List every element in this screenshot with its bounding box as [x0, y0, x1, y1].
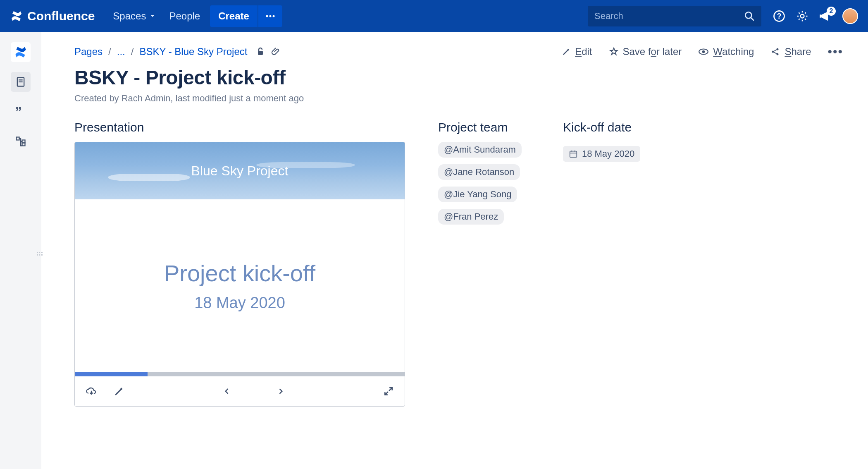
presentation-banner: Blue Sky Project: [75, 142, 405, 199]
presentation-viewer: Blue Sky Project Project kick-off 18 May…: [74, 142, 405, 407]
gear-icon: [796, 10, 808, 22]
spaces-label: Spaces: [113, 10, 146, 22]
share-icon: [770, 47, 780, 57]
attachments-icon[interactable]: [271, 47, 281, 57]
expand-icon: [383, 386, 394, 397]
people-label: People: [169, 10, 200, 22]
section-presentation-heading: Presentation: [74, 120, 405, 134]
svg-line-23: [774, 52, 777, 54]
settings-button[interactable]: [796, 10, 808, 22]
svg-text:”: ”: [15, 105, 22, 118]
chevron-down-icon: [149, 13, 156, 19]
page-byline: Created by Rach Admin, last modified jus…: [74, 93, 843, 104]
svg-text:?: ?: [777, 12, 782, 20]
svg-point-18: [702, 50, 705, 53]
cloud-download-icon: [86, 385, 97, 397]
svg-rect-24: [570, 151, 577, 158]
svg-rect-15: [22, 143, 25, 146]
eye-icon: [698, 46, 709, 57]
sidebar-tree[interactable]: [11, 132, 31, 151]
create-button[interactable]: Create: [210, 5, 258, 27]
user-avatar[interactable]: [842, 8, 858, 24]
tree-icon: [15, 136, 26, 147]
sidebar-blog[interactable]: ”: [11, 102, 31, 122]
svg-rect-16: [258, 51, 263, 55]
people-link[interactable]: People: [162, 6, 207, 26]
presentation-heading: Project kick-off: [164, 260, 315, 287]
pencil-icon: [562, 47, 571, 56]
notifications-button[interactable]: 2: [819, 10, 832, 22]
sidebar-pages[interactable]: [11, 72, 31, 92]
svg-point-2: [272, 15, 274, 17]
kickoff-date-text: 18 May 2020: [582, 148, 634, 159]
quote-icon: ”: [14, 105, 27, 118]
kickoff-date-section: Kick-off date 18 May 2020: [563, 120, 640, 407]
edit-button[interactable]: Edit: [562, 46, 592, 57]
presentation-toolbar: [75, 376, 405, 406]
user-mention[interactable]: @Jane Rotanson: [438, 164, 520, 180]
next-slide-button[interactable]: [277, 387, 285, 395]
pencil-icon: [114, 386, 124, 397]
notification-badge: 2: [827, 7, 836, 16]
breadcrumb-pages[interactable]: Pages: [74, 46, 103, 57]
ellipsis-icon: [266, 15, 275, 17]
share-button[interactable]: Share: [770, 46, 811, 57]
breadcrumb-separator: /: [131, 46, 134, 57]
confluence-logo[interactable]: Confluence: [10, 9, 95, 23]
app-switcher[interactable]: [11, 42, 31, 62]
section-kickoff-heading: Kick-off date: [563, 120, 640, 134]
watching-button[interactable]: Watching: [698, 46, 754, 57]
sidebar-resize-handle[interactable]: ⠿: [34, 251, 44, 255]
page-more-button[interactable]: •••: [827, 45, 843, 59]
presentation-date: 18 May 2020: [194, 294, 285, 312]
svg-point-7: [801, 14, 804, 18]
create-more-button[interactable]: [258, 5, 282, 27]
search-icon: [744, 11, 755, 22]
user-mention[interactable]: @Fran Perez: [438, 209, 504, 225]
chevron-right-icon: [277, 387, 285, 395]
fullscreen-button[interactable]: [383, 386, 394, 397]
confluence-mark-icon: [14, 45, 28, 59]
left-sidebar: ” ⠿: [0, 32, 41, 469]
page-icon: [15, 76, 26, 88]
confluence-icon: [10, 10, 23, 23]
breadcrumb-parent[interactable]: BSKY - Blue Sky Project: [139, 46, 247, 57]
calendar-icon: [569, 149, 578, 158]
date-chip[interactable]: 18 May 2020: [563, 146, 640, 162]
spaces-menu[interactable]: Spaces: [106, 6, 162, 26]
svg-point-0: [266, 15, 268, 17]
breadcrumb-separator: /: [108, 46, 111, 57]
star-icon: [609, 47, 619, 57]
breadcrumb-ellipsis[interactable]: ...: [117, 46, 125, 57]
project-team-section: Project team @Amit Sundaram @Jane Rotans…: [438, 120, 522, 407]
download-button[interactable]: [86, 385, 97, 397]
restrictions-icon[interactable]: [255, 47, 265, 57]
chevron-left-icon: [223, 387, 231, 395]
presentation-banner-text: Blue Sky Project: [191, 163, 289, 179]
svg-line-4: [751, 17, 754, 20]
prev-slide-button[interactable]: [223, 387, 231, 395]
svg-rect-13: [17, 137, 19, 140]
section-team-heading: Project team: [438, 120, 522, 134]
page-title: BSKY - Project kick-off: [74, 66, 843, 89]
help-button[interactable]: ?: [773, 10, 785, 22]
search-input[interactable]: [594, 11, 744, 22]
svg-point-1: [269, 15, 271, 17]
svg-line-22: [774, 50, 777, 51]
svg-rect-8: [820, 14, 821, 18]
user-mention[interactable]: @Jie Yang Song: [438, 187, 517, 202]
presentation-slide: Project kick-off 18 May 2020: [75, 199, 405, 372]
save-for-later-button[interactable]: Save for later: [609, 46, 682, 57]
search-box[interactable]: [588, 6, 761, 26]
presentation-progress[interactable]: [75, 372, 405, 376]
brand-text: Confluence: [27, 9, 95, 23]
top-nav: Confluence Spaces People Create ? 2: [0, 0, 868, 32]
user-mention[interactable]: @Amit Sundaram: [438, 142, 522, 158]
edit-presentation-button[interactable]: [114, 386, 124, 397]
help-icon: ?: [773, 10, 785, 22]
